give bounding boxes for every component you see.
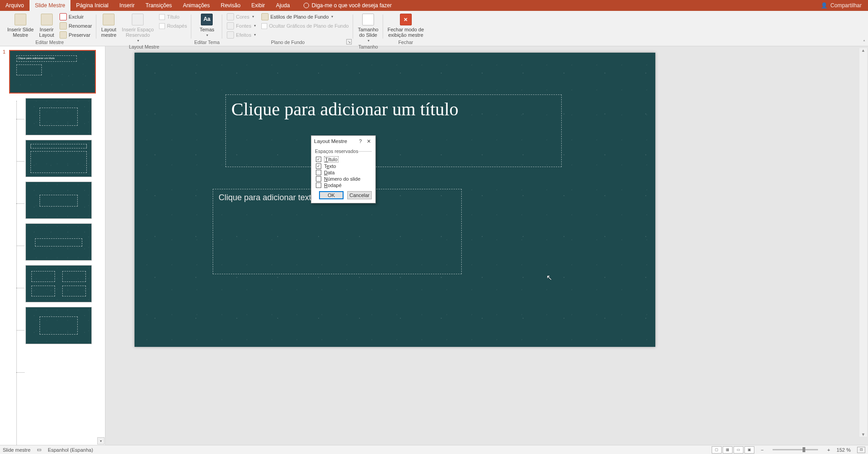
chk-data[interactable]: Data: [311, 169, 375, 176]
renomear-button[interactable]: Renomear: [58, 22, 94, 30]
excluir-button[interactable]: Excluir: [58, 13, 94, 21]
tabs-bar: Arquivo Slide Mestre Página Inicial Inse…: [0, 0, 868, 11]
checkbox-icon: [159, 23, 165, 29]
zoom-level[interactable]: 152 %: [837, 447, 851, 453]
tree-branch: [16, 288, 25, 288]
tamanho-label: Tamanho do Slide: [358, 27, 378, 38]
cancel-button[interactable]: Cancelar: [347, 191, 372, 199]
tree-line: [16, 101, 17, 445]
tab-ajuda[interactable]: Ajuda: [270, 0, 295, 11]
layout-thumbnail[interactable]: [25, 223, 92, 261]
tab-inserir[interactable]: Inserir: [114, 0, 140, 11]
checkbox-icon: [261, 23, 267, 29]
fontes-button: Fontes▾: [225, 22, 258, 30]
layout-thumbnail[interactable]: [25, 140, 92, 177]
master-thumbnail[interactable]: 1 Clique para adicionar um título: [9, 50, 96, 94]
ok-button[interactable]: OK: [319, 191, 344, 199]
inserir-slide-mestre-button[interactable]: Inserir Slide Mestre: [5, 13, 35, 39]
chevron-down-icon: ▾: [137, 39, 139, 43]
status-mode: Slide mestre: [3, 447, 30, 453]
zoom-in-button[interactable]: +: [827, 447, 830, 453]
view-normal-button[interactable]: ▢: [712, 446, 722, 454]
canvas-area[interactable]: Clique para adicionar um título Clique p…: [105, 46, 868, 445]
group-layout-mestre: Layout mestre Inserir Espaço Reservado ▾…: [96, 12, 191, 46]
inserir-layout-button[interactable]: Inserir Layout: [37, 13, 56, 39]
layout-mestre-dialog[interactable]: Layout Mestre ? ✕ Espaços reservados ✓Tí…: [311, 135, 376, 203]
preserve-icon: [60, 31, 67, 39]
chk-data-label: Data: [324, 170, 334, 175]
view-sorter-button[interactable]: ▦: [723, 446, 733, 454]
layout-thumbnail[interactable]: [25, 182, 92, 219]
group-label: Plano de Fundo: [271, 39, 304, 46]
dialog-titlebar[interactable]: Layout Mestre ? ✕: [311, 136, 375, 147]
chk-numero[interactable]: Número do slide: [311, 176, 375, 182]
layout-icon: [41, 14, 53, 25]
group-editar-mestre: Inserir Slide Mestre Inserir Layout Excl…: [3, 12, 96, 46]
inserir-espaco-label: Inserir Espaço Reservado: [122, 27, 154, 38]
view-buttons: ▢ ▦ ▭ ▣: [712, 446, 754, 454]
bg-styles-icon: [261, 13, 269, 20]
accessibility-icon[interactable]: ▭: [37, 447, 41, 453]
dialog-close-button[interactable]: ✕: [364, 138, 373, 144]
zoom-out-button[interactable]: −: [761, 447, 763, 453]
tamanho-slide-button[interactable]: Tamanho do Slide ▾: [356, 13, 380, 44]
chk-rodape-label: Rodapé: [324, 183, 342, 188]
efeitos-label: Efeitos: [236, 31, 251, 39]
preservar-button[interactable]: Preservar: [58, 31, 94, 39]
checkbox-icon: [316, 183, 321, 188]
chk-rodape[interactable]: Rodapé: [311, 182, 375, 188]
tab-revisao[interactable]: Revisão: [215, 0, 246, 11]
checkbox-icon: ✓: [316, 157, 321, 162]
layout-thumbnail[interactable]: [25, 265, 92, 302]
thumb-scroll-down[interactable]: ▾: [97, 437, 105, 444]
themes-icon: [201, 14, 213, 25]
ocultar-checkbox: Ocultar Gráficos de Plano de Fundo: [259, 22, 350, 30]
tab-pagina-inicial[interactable]: Página Inicial: [70, 0, 114, 11]
lightbulb-icon: [304, 3, 309, 8]
chk-titulo[interactable]: ✓Título: [311, 156, 375, 163]
tell-me-search[interactable]: Diga-me o que você deseja fazer: [298, 0, 397, 11]
ribbon-collapse-button[interactable]: ˄: [863, 39, 865, 44]
delete-icon: [60, 13, 67, 20]
rename-icon: [60, 22, 67, 30]
inserir-layout-label: Inserir Layout: [39, 27, 54, 38]
layout-thumbnail[interactable]: [25, 98, 92, 135]
zoom-fit-button[interactable]: ⊡: [857, 447, 865, 453]
chk-texto-label: Texto: [324, 163, 336, 169]
status-language[interactable]: Espanhol (Espanha): [48, 447, 93, 453]
renomear-label: Renomear: [69, 22, 92, 30]
tab-animacoes[interactable]: Animações: [177, 0, 215, 11]
dialog-help-button[interactable]: ?: [356, 138, 364, 144]
tab-slide-mestre[interactable]: Slide Mestre: [30, 0, 71, 11]
efeitos-button: Efeitos▾: [225, 31, 258, 39]
tab-exibir[interactable]: Exibir: [246, 0, 270, 11]
zoom-slider[interactable]: [773, 449, 818, 450]
tab-transicoes[interactable]: Transições: [140, 0, 177, 11]
tree-branch: [16, 161, 25, 162]
slide-master[interactable]: Clique para adicionar um título Clique p…: [135, 53, 655, 347]
title-placeholder[interactable]: Clique para adicionar um título: [225, 94, 562, 167]
temas-button[interactable]: Temas ▾: [198, 13, 216, 39]
estilos-button[interactable]: Estilos de Plano de Fundo▾: [259, 13, 350, 21]
share-button[interactable]: 👤 Compartilhar: [814, 0, 868, 11]
tab-arquivo[interactable]: Arquivo: [0, 0, 30, 11]
layout-mestre-button[interactable]: Layout mestre: [99, 13, 118, 39]
chevron-down-icon: ▾: [368, 39, 369, 43]
vertical-scrollbar[interactable]: [859, 48, 867, 437]
ocultar-label: Ocultar Gráficos de Plano de Fundo: [269, 22, 349, 30]
group-label: Editar Tema: [194, 39, 219, 46]
plano-fundo-dialog-launcher[interactable]: ↘: [346, 39, 352, 44]
chk-numero-label: Número do slide: [324, 176, 360, 182]
rodapes-checkbox: Rodapés: [157, 22, 189, 30]
titulo-checkbox: Título: [157, 13, 189, 21]
group-fechar: Fechar modo de exibição mestre Fechar: [383, 12, 429, 46]
inserir-espaco-button: Inserir Espaço Reservado ▾: [120, 13, 155, 44]
view-slideshow-button[interactable]: ▣: [744, 446, 754, 454]
layout-thumbnail[interactable]: [25, 307, 92, 344]
cursor-icon: ↖: [546, 273, 552, 282]
chk-texto[interactable]: ✓Texto: [311, 163, 375, 169]
thumbnail-panel[interactable]: 1 Clique para adicionar um título ▾: [0, 46, 105, 445]
view-reading-button[interactable]: ▭: [733, 446, 743, 454]
fechar-mestre-button[interactable]: Fechar modo de exibição mestre: [386, 13, 426, 39]
colors-icon: [227, 13, 234, 20]
